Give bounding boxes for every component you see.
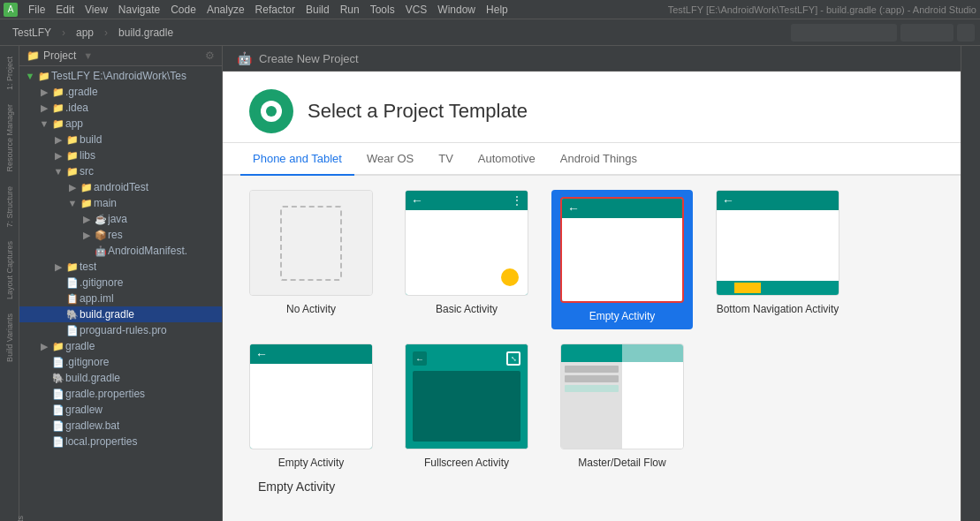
menu-file[interactable]: File [23, 4, 50, 16]
tree-item-localprops[interactable]: 📄 local.properties [19, 434, 222, 449]
menu-analyze[interactable]: Analyze [201, 4, 250, 16]
tree-label: gradlew [65, 404, 103, 416]
phone-mock-empty-2: ← [250, 344, 372, 449]
tree-label: build.gradle [80, 308, 134, 321]
tree-label: gradlew.bat [65, 419, 119, 432]
phone-body-4 [250, 364, 372, 449]
template-card-no-activity[interactable]: No Activity [240, 190, 382, 329]
tree-item-appiml[interactable]: 📋 app.iml [19, 291, 222, 306]
file-icon: 📄 [51, 419, 65, 433]
tree-item-dotgradle[interactable]: ▶ 📁 .gradle [19, 84, 222, 100]
tree-label-root: TestLFY E:\AndroidWork\Tes [51, 70, 186, 82]
tree-label: java [108, 213, 127, 225]
panel-header: 📁 Project ▼ ⚙ [19, 46, 222, 66]
xml-icon: 🤖 [94, 244, 108, 258]
menu-refactor[interactable]: Refactor [250, 4, 300, 16]
tree-item-root[interactable]: ▼ 📁 TestLFY E:\AndroidWork\Tes [19, 68, 222, 84]
tree-item-manifest[interactable]: 🤖 AndroidManifest. [19, 243, 222, 259]
tree-item-res[interactable]: ▶ 📦 res [19, 227, 222, 243]
tree-item-gradlewbat[interactable]: 📄 gradlew.bat [19, 418, 222, 434]
phone-top-bar: ← ⋮ [406, 191, 528, 210]
tree-item-buildgradle-root[interactable]: 🐘 build.gradle [19, 370, 222, 386]
tree-item-libs[interactable]: ▶ 📁 libs [19, 147, 222, 163]
file-icon: 📄 [51, 355, 65, 369]
tree-item-proguard[interactable]: 📄 proguard-rules.pro [19, 322, 222, 338]
file-icon: 📄 [65, 323, 80, 337]
back-icon-3: ← [722, 193, 734, 208]
tree-label: gradle [65, 340, 95, 352]
tree-item-buildgradle-app[interactable]: 🐘 build.gradle [19, 306, 222, 322]
tab-android-things[interactable]: Android Things [548, 143, 650, 176]
expand-icon: ▶ [51, 132, 65, 147]
sidebar-item-project[interactable]: 1: Project [4, 49, 16, 97]
menu-tools[interactable]: Tools [365, 4, 400, 16]
sidebar-item-resource-manager[interactable]: Resource Manager [4, 97, 16, 179]
tab-tv[interactable]: TV [426, 143, 466, 176]
folder-icon: 📁 [80, 180, 94, 194]
menu-build[interactable]: Build [300, 4, 335, 16]
tab-automotive[interactable]: Automotive [466, 143, 548, 176]
tree-item-gitignore-app[interactable]: 📄 .gitignore [19, 275, 222, 291]
breadcrumb-app[interactable]: app [69, 25, 101, 41]
menu-code[interactable]: Code [165, 4, 201, 16]
tab-wear-os[interactable]: Wear OS [354, 143, 426, 176]
tree-item-build[interactable]: ▶ 📁 build [19, 132, 222, 147]
sidebar-item-structure[interactable]: 7: Structure [4, 179, 16, 235]
tree-item-src[interactable]: ▼ 📁 src [19, 163, 222, 179]
folder-icon: 📁 [65, 132, 80, 147]
menu-help[interactable]: Help [481, 4, 513, 16]
template-card-fullscreen[interactable]: ← ⤡ Fullscreen Activity [396, 344, 537, 469]
tree-item-gradle-dir[interactable]: ▶ 📁 gradle [19, 338, 222, 354]
sidebar-item-build-variants[interactable]: Build Variants [4, 306, 16, 369]
tree-label: AndroidManifest. [108, 245, 187, 257]
template-label-basic: Basic Activity [436, 303, 498, 315]
breadcrumb-gradle[interactable]: build.gradle [111, 25, 180, 41]
folder-icon: 📁 [37, 69, 51, 83]
template-card-bottom-nav[interactable]: ← Bottom Navigation Activity [707, 190, 848, 329]
menu-icon: ⋮ [512, 194, 522, 207]
iml-icon: 📋 [65, 291, 80, 306]
tree-item-main[interactable]: ▼ 📁 main [19, 195, 222, 211]
tab-phone-tablet[interactable]: Phone and Tablet [240, 143, 354, 176]
tree-item-java[interactable]: ▶ ☕ java [19, 211, 222, 227]
template-card-empty-activity[interactable]: ← Empty Activity [551, 190, 693, 329]
file-icon: 📄 [65, 276, 80, 290]
folder-icon: 📁 [51, 85, 65, 99]
menu-edit[interactable]: Edit [50, 4, 80, 16]
folder-icon: 📁 [51, 101, 65, 115]
res-icon: 📦 [94, 228, 108, 242]
window-title: TestLFY [E:\AndroidWork\TestLFY] - build… [668, 4, 976, 15]
tree-item-dotidea[interactable]: ▶ 📁 .idea [19, 100, 222, 116]
tree-item-gradleprops[interactable]: 📄 gradle.properties [19, 386, 222, 402]
tree-item-app[interactable]: ▼ 📁 app [19, 116, 222, 132]
dashed-rect [280, 206, 342, 281]
menu-window[interactable]: Window [432, 4, 481, 16]
menu-navigate[interactable]: Navigate [113, 4, 165, 16]
tree-label: build [80, 133, 102, 146]
template-card-master-detail[interactable]: Master/Detail Flow [551, 344, 693, 469]
bottom-strip-label[interactable]: Build Variants [7, 516, 25, 521]
back-icon-2: ← [567, 201, 580, 215]
template-card-empty-activity-2[interactable]: ← Empty Activity [240, 344, 382, 469]
tree-item-androidtest[interactable]: ▶ 📁 androidTest [19, 179, 222, 195]
project-icon: ▼ [23, 69, 37, 83]
main-content: 🤖 Create New Project Select a Project Te… [223, 46, 961, 521]
tree-item-gradlew[interactable]: 📄 gradlew [19, 402, 222, 418]
sidebar-item-layout-captures[interactable]: Layout Captures [4, 234, 16, 306]
tree-label: main [94, 197, 117, 209]
menu-vcs[interactable]: VCS [400, 4, 433, 16]
template-title: Select a Project Template [308, 100, 528, 123]
main-layout: 1: Project Resource Manager 7: Structure… [0, 46, 980, 521]
tree-item-test[interactable]: ▶ 📁 test [19, 259, 222, 275]
menu-run[interactable]: Run [335, 4, 365, 16]
folder-icon: 📁 [80, 196, 94, 210]
tree-item-gitignore-root[interactable]: 📄 .gitignore [19, 354, 222, 370]
expand-icon: ▼ [65, 196, 80, 210]
dropdown-icon[interactable]: ▼ [83, 50, 93, 61]
spacer [51, 323, 65, 337]
breadcrumb-project[interactable]: TestLFY [5, 25, 58, 41]
gear-icon[interactable]: ⚙ [205, 49, 215, 62]
template-card-basic-activity[interactable]: ← ⋮ Basic Activity [396, 190, 537, 329]
menu-view[interactable]: View [80, 4, 113, 16]
phone-body [406, 210, 528, 295]
